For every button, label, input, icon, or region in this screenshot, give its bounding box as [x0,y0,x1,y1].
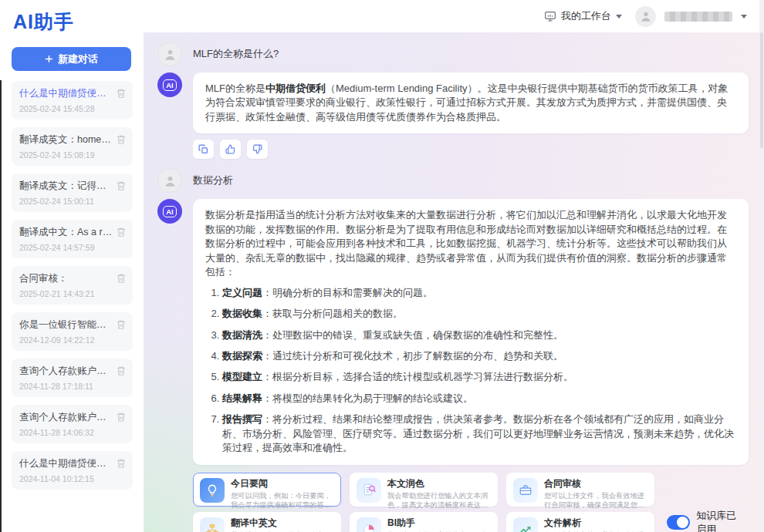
user-avatar [157,42,182,66]
conversation-item[interactable]: 翻译成英文：记得刚开始... 2025-02-24 15:00:11 [12,173,133,212]
app-window: AI助手 新建对话 什么是中期借贷便利... 2025-02-24 15:45:… [0,0,764,532]
thumbs-up-icon [225,144,235,154]
conversation-time: 2025-02-24 15:08:19 [19,150,113,160]
conversation-title: 合同审核： [19,272,113,285]
quick-card-title: 本文润色 [387,478,491,490]
step-item: 结果解释：将模型的结果转化为易于理解的结论或建议。 [222,392,736,406]
answer-intro: 数据分析是指用适当的统计分析方法对收集来的大量数据进行分析，将它们加以汇总和理解… [205,209,727,278]
step-item: 数据收集：获取与分析问题相关的数据。 [222,307,736,321]
answer-bold: 中期借贷便利 [265,82,326,94]
step-item: 模型建立：根据分析目标，选择合适的统计模型或机器学习算法进行数据分析。 [222,370,736,384]
scrollbar[interactable] [759,0,764,532]
conversation-title: 查询个人存款账户的最新... [19,411,113,424]
conversation-time: 2025-02-21 14:43:21 [19,289,113,298]
quick-card-polish[interactable]: 本文润色 我会帮助您进行您输入的文本润色，提高文本的流畅度和表达效果。 [350,473,498,507]
quick-card-title: 文件解析 [544,517,647,529]
scrollbar-thumb[interactable] [760,32,763,148]
conversation-time: 2025-02-24 14:57:59 [19,243,113,252]
step-desc: ：处理数据中的错误、重复或缺失值，确保数据的准确性和完整性。 [262,329,563,341]
quick-card-title: BI助手 [387,517,491,529]
step-term: 数据收集 [222,308,262,319]
workbench-menu[interactable]: 我的工作台 [544,9,622,23]
step-term: 结果解释 [222,392,262,404]
conversation-list: 什么是中期借贷便利... 2025-02-24 15:45:28 翻译成英文：h… [12,81,133,490]
avatar[interactable] [635,6,656,27]
step-desc: ：获取与分析问题相关的数据。 [262,308,403,319]
window-edge [0,80,2,532]
plus-icon [45,55,53,63]
step-item: 数据探索：通过统计分析和可视化技术，初步了解数据的分布、趋势和关联。 [222,349,736,363]
delete-icon[interactable] [116,88,127,99]
step-term: 定义问题 [222,287,262,298]
conversation-title: 翻译成中文：As a reader... [19,226,113,239]
conversation-item[interactable]: 查询个人存款账户的最新... 2024-11-28 14:06:32 [12,405,133,443]
step-desc: ：将分析过程、结果和结论整理成报告，供决策者参考。数据分析在各个领域都有广泛的应… [222,413,734,453]
step-item: 报告撰写：将分析过程、结果和结论整理成报告，供决策者参考。数据分析在各个领域都有… [222,412,736,455]
thumbs-down-button[interactable] [247,140,268,159]
answer-text: MLF的全称是 [205,82,265,94]
conversation-title: 翻译成英文：记得刚开始... [19,180,113,193]
conversation-time: 2025-02-24 15:45:28 [19,104,113,113]
translate-flow-icon [200,517,225,532]
delete-icon[interactable] [116,458,127,469]
quick-card-news[interactable]: 今日要闻 您可以问我，例如：今日要闻，我会尽力提供准确和可靠的答案。 [193,473,341,507]
ai-avatar: AI [157,199,182,224]
conversation-item[interactable]: 查询个人存款账户的最新... 2024-11-28 17:18:11 [12,359,133,397]
conversation-item[interactable]: 合同审核： 2025-02-21 14:43:21 [12,266,133,305]
step-item: 数据清洗：处理数据中的错误、重复或缺失值，确保数据的准确性和完整性。 [222,328,736,342]
quick-card-desc: 您可以上传文件，我会有效地进行合同审核，确保合同满足您的业务需求。 [544,491,647,510]
chart-up-icon [513,517,538,532]
knowledge-base-toggle[interactable] [667,515,690,530]
chevron-down-icon [616,15,622,19]
quick-card-file-parse[interactable]: 文件解析 您可以上传文件，我将帮助您进行如数据处理、信息检索、自动化办公等。 [506,512,654,532]
delete-icon[interactable] [116,273,127,284]
delete-icon[interactable] [116,227,127,237]
delete-icon[interactable] [116,412,127,423]
new-chat-button[interactable]: 新建对话 [12,47,131,71]
conversation-title: 翻译成英文：home home [19,133,113,146]
conversation-title: 查询个人存款账户的最新... [19,365,113,378]
chevron-down-icon[interactable] [741,15,747,19]
quick-card-title: 合同审核 [544,478,647,490]
quick-card-title: 翻译中英文 [231,517,334,529]
conversation-time: 2024-11-28 14:06:32 [19,428,113,437]
conversation-time: 2024-12-09 14:22:12 [19,335,113,345]
user-avatar [157,168,182,193]
quick-card-bi[interactable]: BI助手 将用户的自然语言转化为SQL查询语句，并直接与数据库进行交互，返回智能… [350,512,498,532]
thumbs-up-button[interactable] [220,140,241,159]
conversation-item[interactable]: 什么是中期借贷便利... 2025-02-24 15:45:28 [12,81,133,120]
workbench-label: 我的工作台 [561,9,611,23]
delete-icon[interactable] [116,134,127,145]
quick-card-contract[interactable]: 合同审核 您可以上传文件，我会有效地进行合同审核，确保合同满足您的业务需求。 [506,473,654,507]
conversation-time: 2024-11-28 17:18:11 [19,382,113,391]
conversation-time: 2025-02-24 15:00:11 [19,197,113,206]
person-icon [163,173,177,188]
step-term: 数据清洗 [222,329,262,341]
conversation-title: 你是一位银行智能客服，... [19,318,113,332]
new-chat-label: 新建对话 [58,52,98,66]
step-desc: ：通过统计分析和可视化技术，初步了解数据的分布、趋势和关联。 [262,350,563,362]
conversation-item[interactable]: 翻译成中文：As a reader... 2025-02-24 14:57:59 [12,220,133,258]
step-term: 模型建立 [222,371,262,382]
message-actions [193,140,749,159]
monitor-icon [544,10,556,22]
person-icon [163,47,177,62]
user-message: MLF的全称是什么? [193,47,279,61]
step-desc: ：将模型的结果转化为易于理解的结论或建议。 [262,392,473,404]
conversation-item[interactable]: 你是一位银行智能客服，... 2024-12-09 14:22:12 [12,312,133,351]
quick-card-translate[interactable]: 翻译中英文 我会旨在保留原始信息的含义、语气和风格，以确保翻译的准确性和自然流畅… [193,512,341,532]
delete-icon[interactable] [116,365,127,376]
conversation-time: 2024-11-04 10:12:15 [19,474,113,483]
quick-card-title: 今日要闻 [231,478,334,490]
ai-message-row: AI 数据分析是指用适当的统计分析方法对收集来的大量数据进行分析，将它们加以汇总… [157,199,749,464]
conversation-item[interactable]: 什么是中期借贷便利... 2024-11-04 10:12:15 [12,451,133,490]
thumbs-down-icon [252,144,262,154]
user-message: 数据分析 [193,173,233,187]
delete-icon[interactable] [116,180,127,191]
person-icon [639,9,653,23]
copy-button[interactable] [193,140,214,159]
delete-icon[interactable] [116,319,127,330]
conversation-item[interactable]: 翻译成英文：home home 2025-02-24 15:08:19 [12,127,133,166]
ai-badge: AI [163,206,177,217]
quick-card-desc: 我会帮助您进行您输入的文本润色，提高文本的流畅度和表达效果。 [387,491,491,510]
